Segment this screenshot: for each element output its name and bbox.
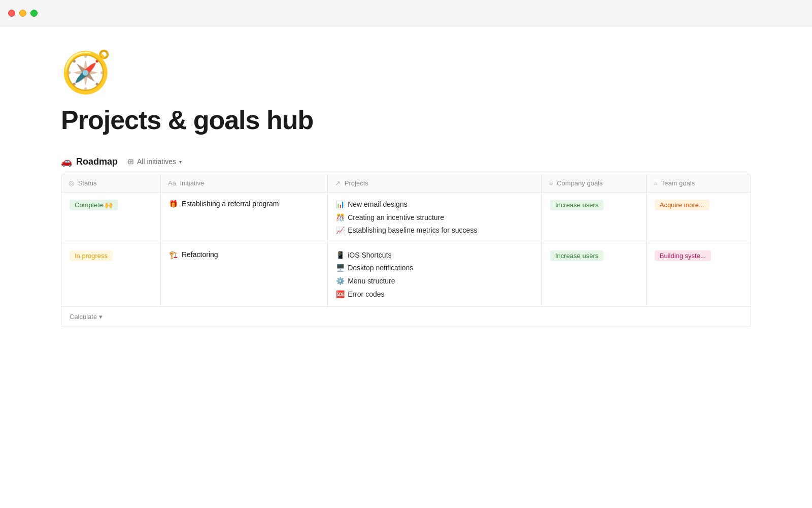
status-badge-complete: Complete 🙌 (70, 200, 118, 210)
col-team-goals-label: Team goals (661, 179, 695, 187)
row1-initiative-text: Establishing a referral program (182, 200, 279, 208)
row2-initiative: 🏗️ Refactoring (169, 250, 319, 259)
calculate-label: Calculate (70, 313, 97, 321)
project-emoji: 📱 (336, 250, 345, 261)
project-text: Establishing baseline metrics for succes… (348, 226, 477, 236)
row2-team-goals-cell[interactable]: Building syste... (646, 243, 751, 306)
view-selector[interactable]: ⊞ All initiatives ▾ (124, 155, 186, 168)
row1-initiative: 🎁 Establishing a referral program (169, 200, 319, 208)
row2-initiative-cell[interactable]: 🏗️ Refactoring (160, 243, 327, 306)
team-goals-col-icon: ≡ (654, 179, 658, 187)
traffic-light-fullscreen[interactable] (30, 10, 38, 17)
col-header-team-goals[interactable]: ≡ Team goals (646, 174, 751, 193)
project-text: iOS Shortcuts (348, 250, 391, 261)
row1-company-goals-cell[interactable]: Increase users (542, 193, 646, 243)
list-item[interactable]: ⚙️ Menu structure (336, 276, 533, 287)
projects-col-icon: ↗ (335, 179, 341, 187)
project-text: Creating an incentive structure (348, 213, 444, 223)
table-icon: ⊞ (128, 157, 134, 166)
col-company-goals-label: Company goals (557, 179, 602, 187)
row2-status-cell[interactable]: In progress (61, 243, 160, 306)
roadmap-table: ◎ Status Aa Initiative ↗ Projects ≡ Comp… (61, 174, 751, 327)
page-icon: 🧭 (61, 52, 751, 92)
col-header-projects[interactable]: ↗ Projects (328, 174, 542, 193)
row2-initiative-emoji: 🏗️ (169, 250, 178, 259)
col-status-label: Status (78, 179, 97, 187)
project-emoji: 🆘 (336, 290, 345, 300)
list-item[interactable]: 📈 Establishing baseline metrics for succ… (336, 226, 533, 236)
roadmap-emoji: 🚗 (61, 156, 72, 167)
company-goals-col-icon: ≡ (549, 179, 553, 187)
project-emoji: ⚙️ (336, 276, 345, 287)
row2-company-goals-cell[interactable]: Increase users (542, 243, 646, 306)
roadmap-label: Roadmap (76, 156, 118, 167)
project-text: New email designs (348, 200, 408, 210)
project-text: Menu structure (348, 276, 395, 287)
row2-initiative-text: Refactoring (182, 250, 218, 259)
page-content: 🧭 Projects & goals hub 🚗 Roadmap ⊞ All i… (0, 52, 812, 358)
company-goals-badge: Increase users (550, 200, 603, 210)
team-goals-badge: Building syste... (655, 250, 711, 261)
row1-projects-cell: 📊 New email designs 🎊 Creating an incent… (328, 193, 542, 243)
col-projects-label: Projects (345, 179, 368, 187)
list-item[interactable]: 📊 New email designs (336, 200, 533, 210)
calculate-chevron-icon: ▾ (99, 313, 103, 321)
row1-initiative-cell[interactable]: 🎁 Establishing a referral program (160, 193, 327, 243)
status-col-icon: ◎ (69, 179, 74, 187)
list-item[interactable]: 🎊 Creating an incentive structure (336, 213, 533, 223)
col-header-initiative[interactable]: Aa Initiative (160, 174, 327, 193)
traffic-light-minimize[interactable] (19, 10, 26, 17)
calculate-row[interactable]: Calculate ▾ (61, 306, 751, 327)
row1-initiative-emoji: 🎁 (169, 200, 178, 208)
list-item[interactable]: 🖥️ Desktop notifications (336, 263, 533, 273)
col-header-status[interactable]: ◎ Status (61, 174, 160, 193)
view-label: All initiatives (137, 157, 176, 166)
page-title: Projects & goals hub (61, 105, 751, 135)
project-emoji: 📈 (336, 226, 345, 236)
col-header-company-goals[interactable]: ≡ Company goals (542, 174, 646, 193)
table-row: In progress 🏗️ Refactoring 📱 iOS Shortcu… (61, 243, 751, 306)
project-emoji: 🎊 (336, 213, 345, 223)
titlebar (0, 0, 812, 26)
initiatives-table: ◎ Status Aa Initiative ↗ Projects ≡ Comp… (61, 174, 751, 306)
status-badge-in-progress: In progress (70, 250, 113, 261)
table-header-row: ◎ Status Aa Initiative ↗ Projects ≡ Comp… (61, 174, 751, 193)
project-text: Error codes (348, 290, 384, 300)
company-goals-badge: Increase users (550, 250, 603, 261)
row1-team-goals-cell[interactable]: Acquire more... (646, 193, 751, 243)
row2-projects-cell: 📱 iOS Shortcuts 🖥️ Desktop notifications… (328, 243, 542, 306)
initiative-col-icon: Aa (168, 179, 176, 187)
project-emoji: 📊 (336, 200, 345, 210)
team-goals-badge: Acquire more... (655, 200, 709, 210)
project-text: Desktop notifications (348, 263, 413, 273)
col-initiative-label: Initiative (180, 179, 205, 187)
section-title: 🚗 Roadmap (61, 156, 118, 167)
section-header: 🚗 Roadmap ⊞ All initiatives ▾ (61, 155, 751, 168)
chevron-down-icon: ▾ (179, 159, 182, 165)
list-item[interactable]: 📱 iOS Shortcuts (336, 250, 533, 261)
list-item[interactable]: 🆘 Error codes (336, 290, 533, 300)
table-row: Complete 🙌 🎁 Establishing a referral pro… (61, 193, 751, 243)
project-emoji: 🖥️ (336, 263, 345, 273)
row1-status-cell[interactable]: Complete 🙌 (61, 193, 160, 243)
traffic-light-close[interactable] (8, 10, 15, 17)
